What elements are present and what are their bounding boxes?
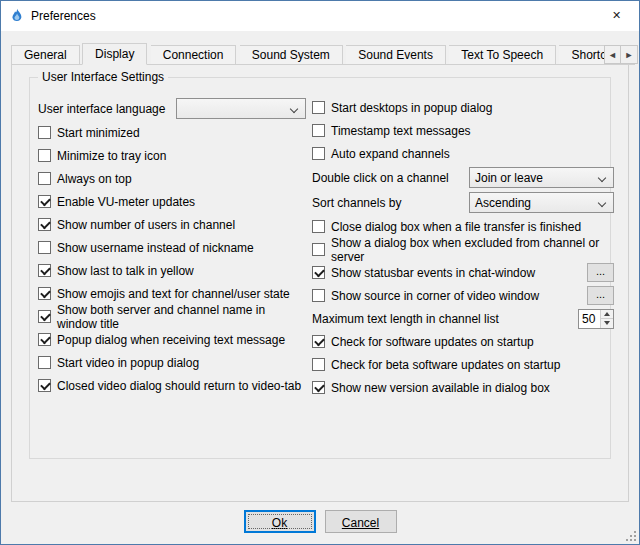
chevron-down-icon — [598, 174, 606, 182]
checkbox-box — [38, 149, 51, 162]
sort-channels-label: Sort channels by — [312, 196, 401, 210]
checkbox-auto-expand-channels[interactable]: Auto expand channels — [312, 142, 614, 165]
checkbox-label: Show username instead of nickname — [57, 241, 254, 255]
close-button[interactable]: ✕ — [594, 1, 639, 30]
checkbox-always-on-top[interactable]: Always on top — [38, 167, 306, 190]
cancel-button-label: Cancel — [342, 516, 379, 530]
tab-text-to-speech[interactable]: Text To Speech — [449, 45, 556, 65]
checkbox-box — [38, 172, 51, 185]
checkbox-label: Popup dialog when receiving text message — [57, 333, 285, 347]
checkbox-video-return-to-tab[interactable]: Closed video dialog should return to vid… — [38, 374, 306, 397]
language-combobox[interactable] — [176, 98, 306, 119]
double-click-label: Double click on a channel — [312, 171, 449, 185]
tab-bar: General Display Connection Sound System … — [11, 43, 639, 65]
checkbox-label: Timestamp text messages — [331, 124, 471, 138]
checkbox-label: Start desktops in popup dialog — [331, 101, 492, 115]
checkbox-box — [312, 124, 325, 137]
checkbox-minimize-to-tray[interactable]: Minimize to tray icon — [38, 144, 306, 167]
max-text-length-spinner[interactable]: 50 — [578, 309, 614, 329]
tab-sound-system[interactable]: Sound System — [240, 45, 343, 65]
video-source-more-button[interactable]: ... — [587, 286, 614, 305]
tab-scroll-right-icon[interactable]: ► — [621, 45, 638, 64]
ok-button[interactable]: Ok — [244, 510, 316, 533]
checkbox-label: Enable VU-meter updates — [57, 195, 195, 209]
checkbox-label: Show new version available in dialog box — [331, 381, 550, 395]
checkbox-label: Show statusbar events in chat-window — [331, 266, 535, 280]
user-interface-settings-group: User Interface Settings User interface l… — [29, 77, 611, 459]
spinner-buttons — [600, 310, 613, 328]
checkbox-box — [38, 241, 51, 254]
ok-button-label: Ok — [272, 516, 287, 530]
spin-up-button[interactable] — [601, 310, 613, 319]
checkbox-start-minimized[interactable]: Start minimized — [38, 121, 306, 144]
double-click-value: Join or leave — [475, 171, 543, 185]
checkbox-label: Minimize to tray icon — [57, 149, 166, 163]
checkbox-label: Show source in corner of video window — [331, 289, 539, 303]
chevron-down-icon — [290, 105, 298, 113]
checkbox-box — [38, 333, 51, 346]
statusbar-events-row: Show statusbar events in chat-window ... — [312, 261, 614, 284]
checkbox-show-user-count[interactable]: Show number of users in channel — [38, 213, 306, 236]
checkbox-box — [312, 243, 325, 256]
title-bar[interactable]: Preferences ✕ — [1, 1, 639, 31]
group-title: User Interface Settings — [38, 70, 168, 84]
checkbox-show-new-version[interactable]: Show new version available in dialog box — [312, 376, 614, 399]
tab-sound-events[interactable]: Sound Events — [346, 45, 446, 65]
checkbox-box — [312, 358, 325, 371]
checkbox-box — [38, 379, 51, 392]
double-click-combobox[interactable]: Join or leave — [469, 167, 614, 188]
checkbox-box — [312, 220, 325, 233]
tab-general[interactable]: General — [11, 45, 80, 65]
video-source-corner-row: Show source in corner of video window ..… — [312, 284, 614, 307]
checkbox-box — [38, 287, 51, 300]
checkbox-label: Start minimized — [57, 126, 140, 140]
checkbox-check-updates[interactable]: Check for software updates on startup — [312, 330, 614, 353]
max-text-length-row: Maximum text length in channel list 50 — [312, 307, 614, 330]
tab-connection[interactable]: Connection — [151, 45, 237, 65]
checkbox-show-username[interactable]: Show username instead of nickname — [38, 236, 306, 259]
checkbox-server-channel-in-title[interactable]: Show both server and channel name in win… — [38, 305, 306, 328]
checkbox-label: Close dialog box when a file transfer is… — [331, 220, 581, 234]
dialog-button-row: Ok Cancel — [1, 510, 639, 533]
arrow-up-icon — [604, 312, 610, 316]
checkbox-label: Show both server and channel name in win… — [57, 303, 306, 331]
tab-scroll-left-icon[interactable]: ◄ — [604, 45, 621, 64]
chevron-down-icon — [598, 199, 606, 207]
cancel-button[interactable]: Cancel — [325, 510, 397, 533]
language-row: User interface language — [38, 96, 306, 121]
checkbox-check-beta-updates[interactable]: Check for beta software updates on start… — [312, 353, 614, 376]
checkbox-box[interactable] — [312, 266, 325, 279]
tab-video[interactable]: Video — [639, 45, 640, 65]
spin-down-button[interactable] — [601, 318, 613, 328]
display-tab-page: User Interface Settings User interface l… — [11, 64, 629, 502]
checkbox-box — [38, 126, 51, 139]
checkbox-label: Show last to talk in yellow — [57, 264, 194, 278]
checkbox-label: Show emojis and text for channel/user st… — [57, 287, 290, 301]
language-label: User interface language — [38, 102, 165, 116]
right-settings-column: Start desktops in popup dialog Timestamp… — [312, 96, 614, 399]
checkbox-dialog-when-excluded[interactable]: Show a dialog box when excluded from cha… — [312, 238, 614, 261]
checkbox-popup-text-message[interactable]: Popup dialog when receiving text message — [38, 328, 306, 351]
checkbox-label: Always on top — [57, 172, 132, 186]
preferences-dialog: Preferences ✕ General Display Connection… — [0, 0, 640, 545]
checkbox-label: Show number of users in channel — [57, 218, 235, 232]
checkbox-box — [312, 381, 325, 394]
checkbox-start-video-popup[interactable]: Start video in popup dialog — [38, 351, 306, 374]
checkbox-label: Show a dialog box when excluded from cha… — [331, 236, 614, 264]
double-click-row: Double click on a channel Join or leave — [312, 165, 614, 190]
checkbox-vu-meter-updates[interactable]: Enable VU-meter updates — [38, 190, 306, 213]
checkbox-box[interactable] — [312, 289, 325, 302]
checkbox-start-desktops-popup[interactable]: Start desktops in popup dialog — [312, 96, 614, 119]
checkbox-label: Start video in popup dialog — [57, 356, 199, 370]
statusbar-events-more-button[interactable]: ... — [587, 263, 614, 282]
sort-channels-value: Ascending — [475, 196, 531, 210]
sort-channels-combobox[interactable]: Ascending — [469, 192, 614, 213]
checkbox-timestamp-messages[interactable]: Timestamp text messages — [312, 119, 614, 142]
checkbox-last-talk-yellow[interactable]: Show last to talk in yellow — [38, 259, 306, 282]
checkbox-box — [38, 264, 51, 277]
max-text-length-label: Maximum text length in channel list — [312, 312, 499, 326]
tab-scroll-control: ◄ ► — [604, 45, 638, 64]
tab-display[interactable]: Display — [82, 43, 147, 65]
resize-grip[interactable] — [624, 529, 637, 542]
left-settings-column: User interface language Start minimized … — [38, 96, 306, 397]
